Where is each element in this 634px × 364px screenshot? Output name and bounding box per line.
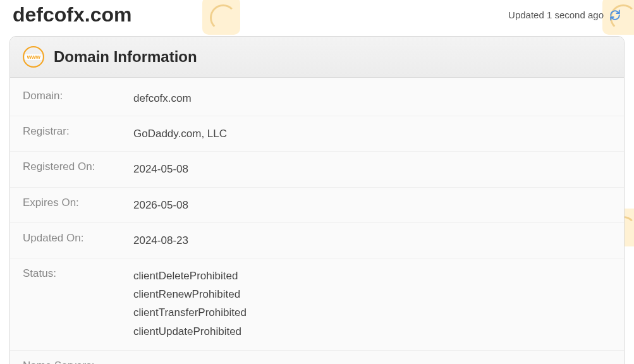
row-updated-on: Updated On: 2024-08-23 xyxy=(10,223,624,258)
row-registrar: Registrar: GoDaddy.com, LLC xyxy=(10,116,624,152)
label-updated-on: Updated On: xyxy=(23,232,133,249)
list-item: clientTransferProhibited xyxy=(133,304,247,321)
value-status: clientDeleteProhibitedclientRenewProhibi… xyxy=(133,267,247,341)
row-registered-on: Registered On: 2024-05-08 xyxy=(10,152,624,187)
updated-info: Updated 1 second ago xyxy=(508,9,621,21)
refresh-icon[interactable] xyxy=(609,9,621,21)
card-title: Domain Information xyxy=(54,48,197,66)
label-registered-on: Registered On: xyxy=(23,161,133,178)
list-item: clientUpdateProhibited xyxy=(133,323,247,340)
domain-title: defcofx.com xyxy=(13,3,131,27)
row-domain: Domain: defcofx.com xyxy=(10,81,624,116)
label-name-servers: Name Servers: xyxy=(23,360,133,364)
row-status: Status: clientDeleteProhibitedclientRene… xyxy=(10,258,624,351)
label-domain: Domain: xyxy=(23,90,133,107)
label-status: Status: xyxy=(23,267,133,341)
domain-info-card: WWW Domain Information Domain: defcofx.c… xyxy=(9,36,625,364)
row-name-servers: Name Servers: cora.ns.cloudflare.commalc… xyxy=(10,351,624,364)
label-expires-on: Expires On: xyxy=(23,197,133,214)
www-icon: WWW xyxy=(23,46,44,68)
value-expires-on: 2026-05-08 xyxy=(133,197,188,214)
value-updated-on: 2024-08-23 xyxy=(133,232,188,249)
value-registrar: GoDaddy.com, LLC xyxy=(133,125,227,142)
value-registered-on: 2024-05-08 xyxy=(133,161,188,178)
label-registrar: Registrar: xyxy=(23,125,133,142)
page-header: defcofx.com Updated 1 second ago xyxy=(9,0,625,36)
card-body: Domain: defcofx.com Registrar: GoDaddy.c… xyxy=(10,78,624,364)
value-domain: defcofx.com xyxy=(133,90,192,107)
list-item: cora.ns.cloudflare.com xyxy=(133,360,260,364)
updated-text: Updated 1 second ago xyxy=(508,9,604,20)
list-item: clientDeleteProhibited xyxy=(133,267,247,284)
row-expires-on: Expires On: 2026-05-08 xyxy=(10,188,624,223)
card-header: WWW Domain Information xyxy=(10,37,624,78)
value-name-servers: cora.ns.cloudflare.commalcolm.ns.cloudfl… xyxy=(133,360,260,364)
list-item: clientRenewProhibited xyxy=(133,286,247,303)
